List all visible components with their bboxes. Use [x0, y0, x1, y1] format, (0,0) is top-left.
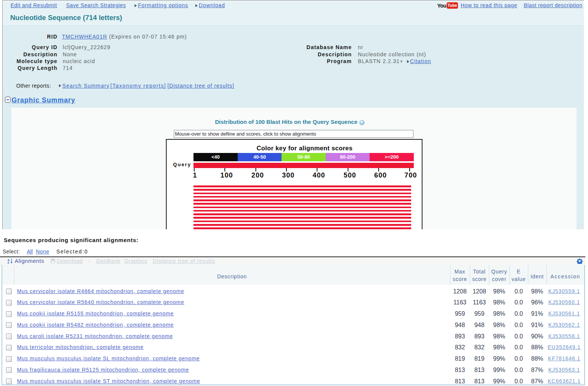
svg-text:A: A [8, 259, 9, 261]
svg-text:Z: Z [8, 261, 9, 264]
